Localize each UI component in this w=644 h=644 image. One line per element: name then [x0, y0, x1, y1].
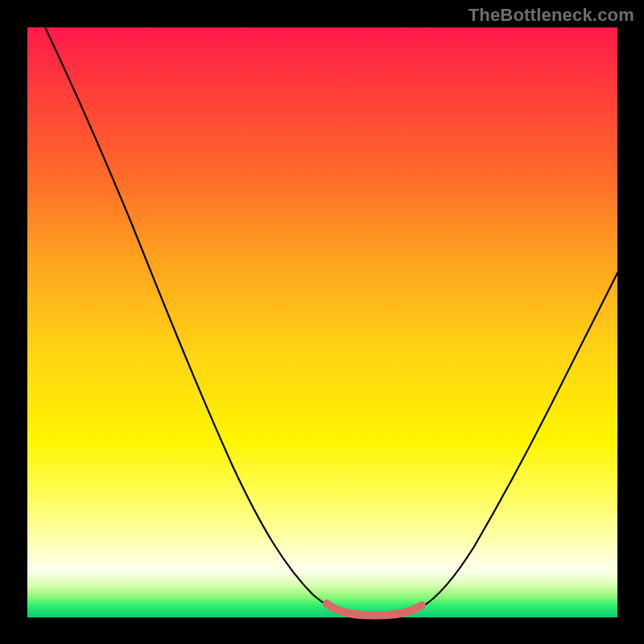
watermark-text: TheBottleneck.com	[469, 5, 634, 26]
frame: TheBottleneck.com	[0, 0, 644, 644]
curve-line	[45, 27, 617, 615]
plot-area	[27, 27, 617, 617]
bottom-highlight-line	[327, 604, 422, 615]
chart-svg	[27, 27, 617, 617]
